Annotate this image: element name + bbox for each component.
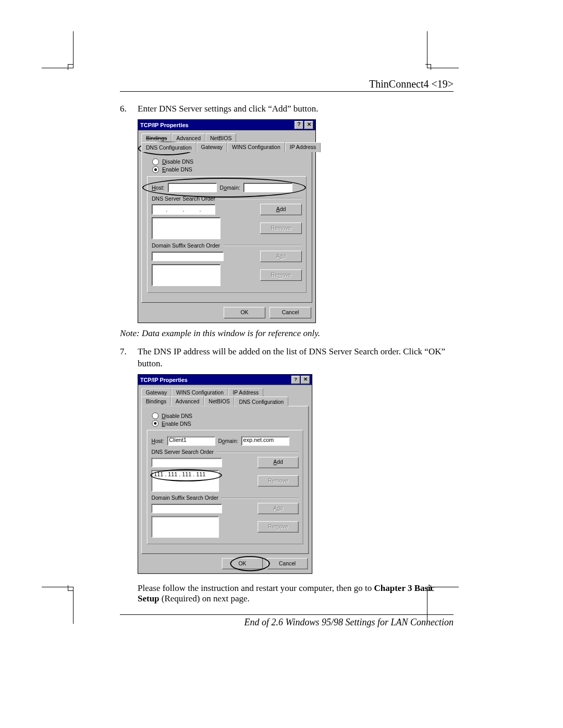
enable-dns-group: Host: Client1 Domain: exp.net.com DNS Se… — [147, 430, 303, 545]
close-icon[interactable]: ✕ — [301, 376, 310, 384]
suffix-order-label: Domain Suffix Search Order — [151, 495, 298, 501]
cancel-button[interactable]: Cancel — [267, 558, 308, 570]
dns-order-label: DNS Server Search Order — [152, 195, 302, 202]
ok-button[interactable]: OK — [222, 558, 263, 570]
dialog-title: TCP/IP Properties — [140, 377, 290, 383]
suffix-input[interactable] — [151, 504, 222, 513]
tab-ip-address[interactable]: IP Address — [285, 142, 321, 152]
suffix-add-button[interactable]: Add — [258, 503, 298, 514]
step-6-text: Enter DNS Server settings and click “Add… — [138, 103, 454, 115]
tab-wins-configuration[interactable]: WINS Configuration — [172, 388, 228, 397]
step-6-num: 6. — [120, 103, 138, 115]
dns-ip-input[interactable]: ... — [152, 204, 215, 215]
dns-list[interactable]: 111 . 111 . 111 . 111 — [151, 470, 218, 491]
suffix-remove-button[interactable]: Remove — [258, 521, 298, 533]
domain-label: Domain: — [220, 184, 240, 191]
follow-text: Please follow the instruction and restar… — [138, 583, 454, 604]
domain-input[interactable] — [243, 183, 292, 192]
help-icon[interactable]: ? — [295, 121, 303, 129]
tabstrip: Gateway WINS Configuration IP Address Bi… — [138, 385, 312, 553]
step-7: 7. The DNS IP address will be added on t… — [120, 346, 454, 370]
radio-enable-dns[interactable]: Enable DNS — [152, 420, 303, 427]
section-end: End of 2.6 Windows 95/98 Settings for LA… — [120, 614, 454, 628]
tab-bindings[interactable]: Bindings — [141, 133, 172, 142]
enable-dns-group: Host: Domain: DNS Server Search Order ..… — [147, 176, 307, 293]
host-label: Host: — [151, 438, 164, 444]
radio-disable-dns[interactable]: Disable DNS — [152, 158, 307, 165]
page-header: ThinConnect4 <19> — [120, 78, 454, 92]
suffix-order-label: Domain Suffix Search Order — [152, 242, 302, 249]
tab-bindings[interactable]: Bindings — [141, 397, 171, 406]
radio-disable-label: isable DNS — [166, 413, 192, 419]
help-icon[interactable]: ? — [291, 376, 300, 384]
tcpip-dialog-2: TCP/IP Properties ? ✕ Gateway WINS Confi… — [138, 374, 312, 574]
dns-list-entry[interactable]: 111 . 111 . 111 . 111 — [152, 471, 218, 478]
radio-icon — [152, 166, 159, 173]
suffix-order-text: Domain Suffix Search Order — [152, 242, 220, 249]
host-input[interactable]: Client1 — [167, 436, 215, 446]
tcpip-dialog-1: TCP/IP Properties ? ✕ Bindings Advanced … — [138, 119, 316, 323]
radio-enable-dns[interactable]: Enable DNS — [152, 166, 307, 173]
radio-enable-label: nable DNS — [166, 166, 192, 172]
titlebar[interactable]: TCP/IP Properties ? ✕ — [138, 120, 315, 130]
dialog-title: TCP/IP Properties — [140, 122, 293, 128]
follow-lead: Please follow the instruction and restar… — [138, 583, 374, 593]
suffix-order-text: Domain Suffix Search Order — [151, 495, 218, 501]
tab-ip-address[interactable]: IP Address — [228, 388, 263, 397]
suffix-remove-button[interactable]: Remove — [260, 269, 302, 281]
dns-order-text: DNS Server Search Order — [151, 449, 214, 455]
domain-input[interactable]: exp.net.com — [241, 436, 289, 446]
dns-ip-input[interactable] — [151, 458, 222, 467]
tab-advanced[interactable]: Advanced — [171, 397, 204, 406]
titlebar[interactable]: TCP/IP Properties ? ✕ — [138, 375, 312, 385]
tab-netbios[interactable]: NetBIOS — [205, 133, 236, 142]
dns-add-button[interactable]: Add — [260, 204, 302, 215]
ok-button[interactable]: OK — [224, 307, 265, 318]
tab-panel-dns: Disable DNS Enable DNS Host: Client1 Dom… — [141, 406, 309, 554]
dns-order-text: DNS Server Search Order — [152, 195, 215, 202]
dns-add-button[interactable]: Add — [258, 457, 298, 468]
tab-netbios[interactable]: NetBIOS — [204, 397, 234, 406]
radio-disable-dns[interactable]: Disable DNS — [152, 412, 303, 419]
radio-icon — [152, 420, 158, 427]
radio-icon — [152, 158, 159, 165]
tab-gateway[interactable]: Gateway — [197, 142, 227, 152]
dns-list[interactable] — [152, 217, 221, 239]
tabstrip: Bindings Advanced NetBIOS DNS Configurat… — [138, 130, 315, 303]
cancel-button[interactable]: Cancel — [270, 307, 311, 318]
tab-dns-configuration[interactable]: DNS Configuration — [235, 397, 288, 406]
tab-gateway[interactable]: Gateway — [141, 388, 172, 397]
tab-wins-configuration[interactable]: WINS Configuration — [227, 142, 285, 152]
suffix-list[interactable] — [152, 264, 221, 286]
step-7-num: 7. — [120, 346, 138, 370]
follow-tail: (Required) on next page. — [160, 594, 250, 603]
radio-enable-label: nable DNS — [165, 421, 191, 427]
suffix-input[interactable] — [152, 252, 224, 261]
tab-advanced[interactable]: Advanced — [172, 133, 205, 142]
host-input[interactable] — [168, 183, 217, 192]
radio-icon — [152, 412, 158, 419]
suffix-list[interactable] — [151, 516, 218, 537]
note-text: Note: Data example in this window is for… — [120, 328, 454, 339]
step-7-text: The DNS IP address will be added on the … — [138, 346, 454, 370]
page-content: ThinConnect4 <19> 6. Enter DNS Server se… — [120, 78, 454, 628]
radio-disable-label: isable DNS — [166, 158, 194, 165]
dns-remove-button[interactable]: Remove — [258, 475, 298, 487]
tab-panel-dns: Disable DNS Enable DNS Host: Domain: — [141, 152, 312, 303]
dns-order-label: DNS Server Search Order — [151, 449, 298, 455]
domain-label: Domain: — [218, 438, 238, 444]
host-label: Host: — [152, 184, 165, 191]
close-icon[interactable]: ✕ — [304, 121, 313, 129]
dns-remove-button[interactable]: Remove — [260, 223, 302, 234]
suffix-add-button[interactable]: Add — [260, 251, 302, 262]
tab-dns-configuration[interactable]: DNS Configuration — [141, 142, 197, 152]
step-6: 6. Enter DNS Server settings and click “… — [120, 103, 454, 115]
